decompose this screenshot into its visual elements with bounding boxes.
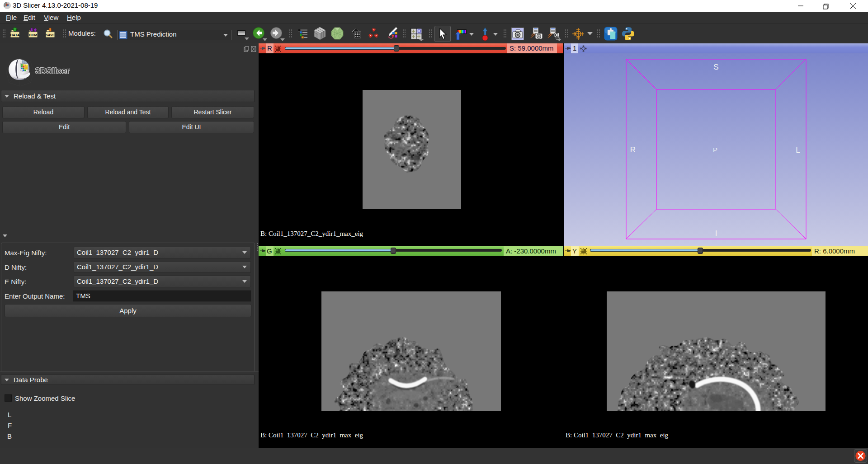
svg-text:SAVE: SAVE <box>46 33 55 37</box>
svg-text:DCM: DCM <box>29 33 38 37</box>
svg-text:I: I <box>715 229 717 238</box>
svg-text:S: S <box>713 63 718 71</box>
svg-text:P: P <box>713 146 717 154</box>
svg-text:R: R <box>630 145 636 154</box>
svg-text:DATA: DATA <box>10 33 19 37</box>
svg-text:L: L <box>796 146 800 155</box>
